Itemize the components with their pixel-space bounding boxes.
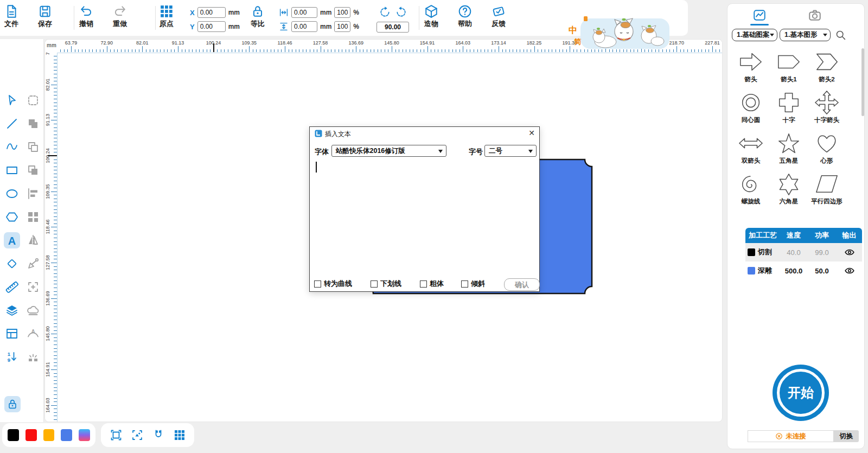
close-icon[interactable]: ✕ xyxy=(528,129,535,137)
save-button[interactable]: 保存 xyxy=(38,4,52,29)
connection-status[interactable]: 未连接 xyxy=(748,430,834,442)
shape-star5[interactable]: 五角星 xyxy=(770,131,808,171)
font-select-value: 站酷快乐体2016修订版 xyxy=(336,146,405,156)
category-select-1[interactable]: 1.基础图案 xyxy=(732,29,777,41)
layers-tool[interactable] xyxy=(4,302,20,318)
process-row[interactable]: 深雕500.050.0 xyxy=(745,261,862,280)
checkbox-underline[interactable]: 下划线 xyxy=(371,279,401,289)
text-tool[interactable]: A xyxy=(4,232,20,248)
ellipse-tool[interactable] xyxy=(4,186,20,202)
search-icon[interactable] xyxy=(835,29,846,41)
shape-cross-arrow[interactable]: 十字箭头 xyxy=(808,90,846,131)
save-label: 保存 xyxy=(38,19,52,29)
lock-ratio-button[interactable]: 等比 xyxy=(251,4,265,29)
eye-icon[interactable] xyxy=(843,265,856,276)
grid-snap-icon[interactable] xyxy=(173,429,186,442)
checkbox-convert-curves[interactable]: 转为曲线 xyxy=(314,279,352,289)
polygon-tool[interactable] xyxy=(4,209,20,225)
dialog-titlebar[interactable]: 插入文本 ✕ xyxy=(310,127,539,140)
align-tool[interactable] xyxy=(25,186,41,202)
shape-heart[interactable]: 心形 xyxy=(808,131,846,171)
rotate-ccw-icon[interactable] xyxy=(379,6,391,18)
shape-double-arrow[interactable]: 双箭头 xyxy=(732,131,770,171)
array-tool[interactable] xyxy=(4,326,20,342)
arrange-tool[interactable] xyxy=(25,209,41,225)
center-tool[interactable] xyxy=(25,279,41,295)
color-swatch-2[interactable] xyxy=(25,429,37,441)
checkbox-italic[interactable]: 倾斜 xyxy=(461,279,485,289)
color-swatch-gradient[interactable] xyxy=(79,429,90,441)
ruler-label: 63.79 xyxy=(62,40,80,46)
category-2-value: 1.基本图形 xyxy=(784,30,817,40)
sort-tool[interactable]: 19 xyxy=(4,349,20,365)
ruler-tick xyxy=(54,56,57,56)
width-input[interactable] xyxy=(291,7,317,18)
select-tool[interactable] xyxy=(4,92,20,109)
duplicate-tool[interactable] xyxy=(25,139,41,155)
x-input[interactable] xyxy=(197,7,226,18)
rotate-angle-input[interactable] xyxy=(376,22,409,33)
measure-tool[interactable] xyxy=(4,279,20,295)
file-button[interactable]: 文件 xyxy=(4,4,18,29)
color-swatch-4[interactable] xyxy=(61,429,72,441)
y-input[interactable] xyxy=(197,21,226,32)
tab-gallery[interactable] xyxy=(752,8,767,22)
magnet-snap-icon[interactable] xyxy=(152,429,165,442)
redo-button[interactable]: 重做 xyxy=(113,4,127,29)
marquee-tool[interactable] xyxy=(25,92,41,109)
union-tool[interactable] xyxy=(25,116,41,132)
height-input[interactable] xyxy=(291,21,317,32)
shape-arrow-chev[interactable]: 箭头2 xyxy=(808,49,846,90)
start-button[interactable]: 开始 xyxy=(773,365,829,421)
mirror-tool[interactable] xyxy=(25,232,41,248)
confirm-button[interactable]: 确认 xyxy=(504,278,540,291)
shape-cross[interactable]: 十字 xyxy=(770,90,808,131)
ruler-tick xyxy=(103,49,104,52)
origin-button[interactable]: 原点 xyxy=(159,4,174,29)
feedback-button[interactable]: 反馈 xyxy=(492,4,506,29)
shape-concentric[interactable]: 同心圆 xyxy=(732,90,770,131)
shape-parallelogram[interactable]: 平行四边形 xyxy=(808,171,846,212)
eraser-tool[interactable] xyxy=(4,256,20,272)
ruler-tick xyxy=(54,337,57,338)
fit-selection-icon[interactable] xyxy=(131,429,144,442)
shape-spiral[interactable]: 螺旋线 xyxy=(732,171,770,212)
height-percent-input[interactable] xyxy=(334,21,350,32)
ruler-tick xyxy=(267,49,267,52)
canvas-lock-button[interactable] xyxy=(4,396,21,412)
switch-device-button[interactable]: 切换 xyxy=(834,430,859,442)
y-label: Y xyxy=(190,23,195,31)
shape-arrow-pent[interactable]: 箭头1 xyxy=(770,49,808,90)
break-apart-tool[interactable] xyxy=(25,349,41,365)
node-edit-tool[interactable] xyxy=(25,256,41,272)
parallelogram-icon xyxy=(813,171,840,196)
help-button[interactable]: 帮助 xyxy=(458,4,472,29)
line-tool[interactable] xyxy=(4,116,20,132)
width-percent-input[interactable] xyxy=(334,7,350,18)
create-button[interactable]: 造物 xyxy=(424,4,438,29)
ruler-label: 109.35 xyxy=(45,181,50,202)
text-entry-area[interactable] xyxy=(312,159,537,273)
color-swatch-1[interactable] xyxy=(8,429,19,441)
text-path-tool[interactable]: A xyxy=(25,326,41,342)
size-select[interactable]: 二号 xyxy=(484,145,537,157)
process-row[interactable]: 切割40.099.0 xyxy=(745,243,862,261)
ruler-tick xyxy=(513,49,513,52)
category-select-2[interactable]: 1.基本图形 xyxy=(780,29,831,41)
undo-button[interactable]: 撤销 xyxy=(79,4,93,29)
color-swatch-3[interactable] xyxy=(43,429,55,441)
shape-arrow-right[interactable]: 箭头 xyxy=(732,49,770,90)
weld-tool[interactable] xyxy=(25,302,41,318)
ruler-label: 127.58 xyxy=(45,252,50,273)
rect-tool[interactable] xyxy=(4,162,20,178)
shape-grid-scrollbar[interactable] xyxy=(861,48,864,116)
eye-icon[interactable] xyxy=(843,247,856,258)
frame-icon[interactable] xyxy=(110,429,123,442)
curve-tool[interactable] xyxy=(4,139,20,155)
subtract-tool[interactable] xyxy=(25,162,41,178)
checkbox-bold[interactable]: 粗体 xyxy=(420,279,444,289)
rotate-cw-icon[interactable] xyxy=(395,6,407,18)
shape-star6[interactable]: 六角星 xyxy=(770,171,808,212)
font-select[interactable]: 站酷快乐体2016修订版 xyxy=(331,145,446,157)
tab-camera[interactable] xyxy=(808,8,822,22)
